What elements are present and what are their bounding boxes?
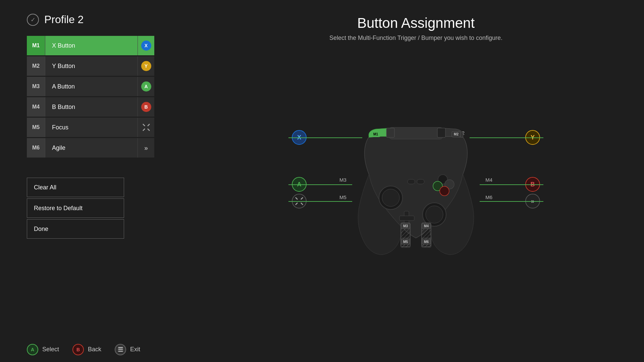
mapping-row-m2[interactable]: M2 Y Button Y [27, 56, 154, 76]
nav-back: B Back [72, 344, 101, 355]
nav-menu-button: ☰ [115, 344, 126, 355]
profile-check-icon: ✓ [27, 14, 39, 26]
mapping-row-m4[interactable]: M4 B Button B [27, 97, 154, 117]
svg-text:M1: M1 [373, 132, 378, 136]
m6-name: Agile [45, 138, 138, 158]
m3-name: A Button [45, 77, 138, 96]
svg-rect-17 [399, 216, 414, 221]
svg-line-7 [301, 203, 303, 205]
m6-label: M6 [27, 138, 45, 158]
y-button-icon: Y [141, 61, 151, 71]
left-panel: ✓ Profile 2 M1 X Button X M2 Y Button Y … [27, 13, 168, 240]
nav-exit-label: Exit [130, 346, 140, 353]
svg-line-1 [148, 124, 150, 126]
m6-icon: » [138, 138, 154, 158]
x-button-icon: X [141, 41, 151, 51]
m2-name: Y Button [45, 56, 138, 76]
b-button-icon: B [141, 102, 151, 112]
m1-name: X Button [45, 36, 138, 55]
svg-line-3 [148, 129, 150, 131]
nav-b-button: B [72, 344, 84, 355]
main-panel: Button Assignment Select the Multi-Funct… [188, 0, 644, 362]
svg-text:M3: M3 [403, 224, 408, 228]
m1-label: M1 [27, 36, 45, 55]
svg-rect-22 [408, 179, 415, 184]
nav-exit: ☰ Exit [115, 344, 140, 355]
profile-title: Profile 2 [44, 13, 84, 26]
svg-text:M6: M6 [424, 240, 429, 244]
m3-label: M3 [27, 77, 45, 96]
a-button-icon: A [141, 81, 151, 92]
svg-rect-23 [417, 179, 424, 184]
nav-a-button: A [27, 344, 38, 355]
m5-label: M5 [27, 118, 45, 137]
svg-text:M5: M5 [403, 240, 408, 244]
page-subtitle: Select the Multi-Function Trigger / Bump… [188, 35, 644, 42]
m5-name: Focus [45, 118, 138, 137]
bottom-nav: A Select B Back ☰ Exit [0, 337, 644, 362]
svg-rect-9 [389, 127, 443, 139]
svg-text:M2: M2 [454, 132, 459, 136]
mapping-row-m1[interactable]: M1 X Button X [27, 36, 154, 55]
nav-select: A Select [27, 344, 59, 355]
svg-point-15 [426, 206, 443, 223]
m4-name: B Button [45, 97, 138, 117]
m5-icon [138, 118, 154, 137]
m4-label: M4 [27, 97, 45, 117]
m1-icon: X [138, 36, 154, 55]
nav-select-label: Select [42, 346, 59, 353]
page-title: Button Assignment [188, 15, 644, 31]
svg-line-6 [296, 203, 298, 205]
controller-diagram-svg: M3 M4 M5 M6 M1 M2 [335, 124, 496, 258]
nav-back-label: Back [88, 346, 101, 353]
controller-area: X A Y B » M1 [188, 47, 644, 335]
svg-text:M4: M4 [424, 224, 429, 228]
svg-line-4 [296, 197, 298, 199]
focus-icon [142, 123, 151, 132]
clear-all-button[interactable]: Clear All [27, 178, 124, 197]
svg-rect-11 [437, 128, 445, 137]
mapping-row-m6[interactable]: M6 Agile » [27, 138, 154, 158]
mapping-list: M1 X Button X M2 Y Button Y M3 A Button … [27, 36, 154, 158]
agile-icon: » [144, 144, 148, 152]
done-button[interactable]: Done [27, 219, 124, 239]
controller-wrapper: X A Y B » M1 [288, 94, 543, 288]
mapping-row-m3[interactable]: M3 A Button A [27, 77, 154, 96]
m4-icon: B [138, 97, 154, 117]
m2-icon: Y [138, 56, 154, 76]
svg-line-2 [143, 129, 145, 131]
mapping-row-m5[interactable]: M5 Focus [27, 118, 154, 137]
profile-header: ✓ Profile 2 [27, 13, 168, 26]
m2-label: M2 [27, 56, 45, 76]
svg-point-21 [440, 186, 449, 196]
restore-default-button[interactable]: Restore to Default [27, 198, 124, 218]
action-buttons: Clear All Restore to Default Done [27, 178, 124, 239]
svg-point-13 [382, 189, 399, 206]
svg-rect-10 [386, 128, 394, 137]
svg-line-5 [301, 197, 303, 199]
m3-icon: A [138, 77, 154, 96]
svg-line-0 [143, 124, 145, 126]
